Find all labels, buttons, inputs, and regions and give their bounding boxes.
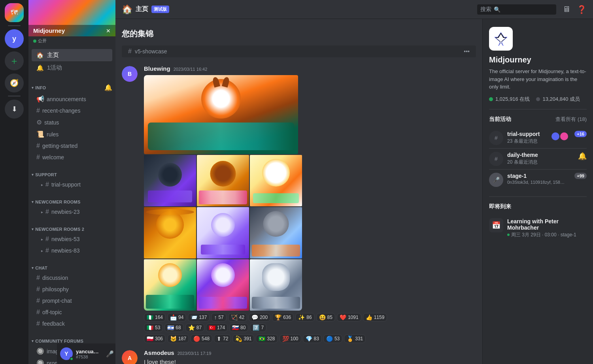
- view-all-button[interactable]: 查看所有 (18): [555, 116, 587, 123]
- reaction-dizzy[interactable]: 💫391: [232, 334, 254, 343]
- channel-prompt-chat[interactable]: # prompt-chat: [32, 295, 112, 306]
- time-bluewing: 2023/03/11 16:42: [174, 67, 208, 72]
- reaction-flag-it[interactable]: 🇮🇹53: [144, 323, 163, 332]
- section-info-header[interactable]: ▾ INFO 🔔: [28, 77, 115, 93]
- channel-newbies-23[interactable]: ▸ # newbies-23: [32, 206, 112, 217]
- channel-rules[interactable]: 📜 rules: [32, 128, 112, 140]
- reaction-chat[interactable]: 💬200: [249, 313, 270, 322]
- channel-pin[interactable]: # v5-showcase •••: [122, 45, 476, 57]
- reaction-envelope[interactable]: 📩94: [167, 313, 186, 322]
- reaction-cat[interactable]: 🐱187: [167, 334, 189, 343]
- author-bluewing[interactable]: Bluewing: [144, 65, 170, 72]
- reactions-row-2: 🇵🇱306 🐱187 🔴548 ⬆72 💫391 🇧🇷328 💯100 💎83 …: [144, 334, 405, 343]
- emoji-flag-ng: 🇳🇬: [147, 314, 153, 321]
- reaction-arrow[interactable]: 🏹42: [228, 313, 247, 322]
- server-icon-midjourney[interactable]: 🗺: [5, 3, 24, 22]
- section-newcomer-header[interactable]: ▾ NEWCOMER ROOMS: [28, 193, 115, 206]
- nav-home[interactable]: 🏠 主页: [32, 49, 112, 61]
- reaction-up2[interactable]: ⬆72: [214, 334, 231, 343]
- activity-item-daily-theme[interactable]: # daily-theme 20 条最近消息 🔔: [489, 149, 587, 170]
- reaction-seven[interactable]: 7️⃣7: [250, 323, 266, 332]
- channel-philosophy-label: philosophy: [42, 286, 69, 292]
- image-cell-panther[interactable]: [144, 155, 196, 206]
- image-cell-lion[interactable]: [144, 207, 196, 258]
- channel-off-topic[interactable]: # off-topic: [32, 307, 112, 318]
- hash-icon-6: #: [45, 236, 49, 243]
- reaction-flag-il[interactable]: 🇮🇱68: [164, 323, 183, 332]
- reaction-star[interactable]: ⭐87: [185, 323, 204, 332]
- channel-discussion[interactable]: # discussion: [32, 272, 112, 283]
- channel-newbies-53[interactable]: ▸ # newbies-53: [32, 234, 112, 245]
- author-asmodeus[interactable]: Asmodeus: [144, 349, 174, 356]
- activity-channel-name-1: trial-support: [507, 131, 548, 137]
- channel-trial-support[interactable]: ▸ # trial-support: [32, 179, 112, 190]
- time-asmodeus: 2023/03/11 17:19: [178, 351, 212, 356]
- event-item-1[interactable]: 📅 Learning with Peter Mohrbacher 周三 3月 2…: [489, 215, 587, 241]
- reaction-heart[interactable]: ❤️1091: [337, 313, 361, 322]
- image-cell-cat[interactable]: [197, 207, 249, 258]
- stat-members: 13,204,840 成员: [536, 96, 580, 103]
- image-cell-wolf[interactable]: [250, 207, 302, 258]
- reaction-up[interactable]: ↑57: [211, 313, 226, 322]
- reaction-red-circle[interactable]: 🔴548: [191, 334, 212, 343]
- messages-area[interactable]: 您的集锦 # v5-showcase ••• B Bluewing 2023/0…: [115, 19, 482, 364]
- reaction-gem[interactable]: 💎83: [303, 334, 322, 343]
- emoji-red-circle: 🔴: [193, 336, 200, 342]
- activity-item-stage-1[interactable]: 🎤 stage-1 0n3Stok3d, 110918zyf, 15820247…: [489, 170, 587, 190]
- emoji-chat: 💬: [251, 314, 258, 321]
- reaction-sparkle[interactable]: ✨86: [295, 313, 314, 322]
- section-newcomer2-header[interactable]: ▾ NEWCOMER ROOMS 2: [28, 221, 115, 233]
- channel-getting-started[interactable]: # getting-started: [32, 140, 112, 151]
- count-dizzy: 391: [244, 336, 251, 341]
- saved-collection-title: 您的集锦: [122, 28, 476, 39]
- reaction-flag-ng[interactable]: 🇳🇬164: [144, 313, 166, 322]
- reaction-thumbsup[interactable]: 👍1159: [363, 313, 387, 322]
- monitor-icon[interactable]: 🖥: [563, 5, 570, 14]
- pin-more-icon[interactable]: •••: [464, 48, 470, 55]
- reaction-hundred[interactable]: 💯100: [280, 334, 301, 343]
- reaction-blue-circle[interactable]: 🔵53: [323, 334, 342, 343]
- server-icon-add[interactable]: ＋: [5, 51, 24, 70]
- image-grid-top[interactable]: [144, 75, 298, 154]
- explore-icon: 🧭: [10, 79, 19, 87]
- image-cell-bear[interactable]: [197, 155, 249, 206]
- sidebar-channels: ▾ INFO 🔔 📢 announcements # recent-change…: [28, 77, 115, 364]
- reaction-medal[interactable]: 🏅331: [344, 334, 366, 343]
- section-chat-header[interactable]: ▾ CHAT: [28, 259, 115, 272]
- activity-item-trial-support[interactable]: # trial-support 23 条最近消息 +16: [489, 128, 587, 149]
- search-box[interactable]: 搜索 🔍: [477, 4, 556, 15]
- reaction-flag-tr[interactable]: 🇹🇷174: [206, 323, 228, 332]
- image-cell-corgi[interactable]: [250, 155, 302, 206]
- channel-status[interactable]: ⚙ status: [32, 117, 112, 128]
- collapse-arrow-4: ▸: [41, 249, 43, 253]
- hash-icon-9: #: [36, 286, 40, 293]
- reaction-flag-sk[interactable]: 🇸🇰80: [229, 323, 248, 332]
- count-chat: 200: [260, 315, 268, 320]
- channel-welcome[interactable]: # welcome: [32, 152, 112, 163]
- help-icon[interactable]: ❓: [577, 5, 587, 14]
- channel-newbies-83[interactable]: ▸ # newbies-83: [32, 245, 112, 256]
- image-cell-elephant[interactable]: [250, 259, 302, 311]
- server-icon-y[interactable]: y: [5, 29, 24, 48]
- server-icon-download[interactable]: ⬇: [5, 100, 24, 119]
- channel-discussion-label: discussion: [42, 275, 68, 281]
- server-stats: 1,025,916 在线 13,204,840 成员: [489, 96, 587, 103]
- image-cell-bird[interactable]: [144, 259, 196, 311]
- channel-feedback-label: feedback: [42, 321, 65, 327]
- reaction-trophy[interactable]: 🏆636: [272, 313, 294, 322]
- user-info: yancuan's ... #7538: [76, 349, 101, 359]
- mute-button[interactable]: 🎤: [104, 348, 115, 359]
- section-support-header[interactable]: ▾ SUPPORT: [28, 166, 115, 179]
- channel-recent-changes[interactable]: # recent-changes: [32, 105, 112, 116]
- reaction-laugh[interactable]: 😆85: [316, 313, 335, 322]
- channel-feedback[interactable]: # feedback: [32, 318, 112, 329]
- image-cell-deer[interactable]: [197, 259, 249, 311]
- reaction-flag-pl[interactable]: 🇵🇱306: [144, 334, 166, 343]
- channel-philosophy[interactable]: # philosophy: [32, 284, 112, 295]
- server-icon-explore[interactable]: 🧭: [5, 74, 24, 92]
- channel-announcements[interactable]: 📢 announcements: [32, 93, 112, 105]
- server-header[interactable]: Midjourney ✕: [28, 0, 115, 36]
- reaction-flag-br[interactable]: 🇧🇷328: [256, 334, 278, 343]
- nav-activity[interactable]: 🔔 1活动: [32, 62, 112, 74]
- reaction-envelope2[interactable]: 📨137: [188, 313, 210, 322]
